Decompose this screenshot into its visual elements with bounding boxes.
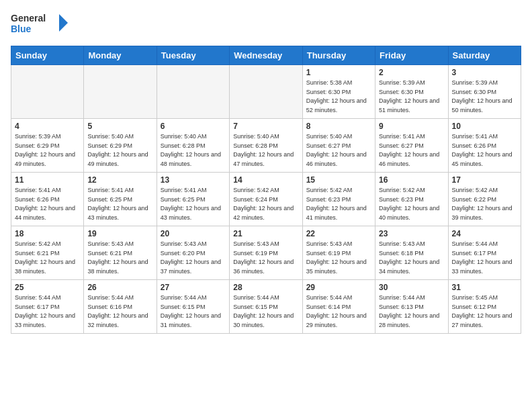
day-info: Sunrise: 5:39 AMSunset: 6:29 PMDaylight:…: [15, 133, 75, 167]
calendar-cell: 11 Sunrise: 5:41 AMSunset: 6:26 PMDaylig…: [11, 173, 84, 226]
day-number: 20: [161, 229, 226, 238]
week-row-2: 4 Sunrise: 5:39 AMSunset: 6:29 PMDayligh…: [11, 119, 521, 173]
day-info: Sunrise: 5:44 AMSunset: 6:17 PMDaylight:…: [15, 294, 75, 328]
day-number: 26: [87, 283, 152, 292]
day-number: 22: [306, 229, 371, 238]
calendar-cell: 6 Sunrise: 5:40 AMSunset: 6:28 PMDayligh…: [157, 119, 229, 173]
calendar-cell: 21 Sunrise: 5:43 AMSunset: 6:19 PMDaylig…: [230, 226, 302, 280]
day-number: 19: [87, 229, 152, 238]
day-number: 24: [452, 229, 517, 238]
logo-icon: General Blue: [11, 11, 71, 38]
day-info: Sunrise: 5:41 AMSunset: 6:26 PMDaylight:…: [15, 187, 75, 221]
calendar-cell: 22 Sunrise: 5:43 AMSunset: 6:19 PMDaylig…: [302, 226, 375, 280]
day-info: Sunrise: 5:41 AMSunset: 6:26 PMDaylight:…: [452, 133, 513, 167]
weekday-header-sunday: Sunday: [11, 46, 84, 65]
weekday-header-tuesday: Tuesday: [157, 46, 229, 65]
calendar-cell: 8 Sunrise: 5:40 AMSunset: 6:27 PMDayligh…: [302, 119, 375, 173]
day-info: Sunrise: 5:40 AMSunset: 6:29 PMDaylight:…: [87, 133, 148, 167]
weekday-header-row: SundayMondayTuesdayWednesdayThursdayFrid…: [11, 46, 521, 65]
day-number: 30: [379, 283, 444, 292]
day-number: 12: [87, 175, 152, 185]
day-number: 31: [452, 283, 517, 292]
calendar-cell: 19 Sunrise: 5:43 AMSunset: 6:21 PMDaylig…: [84, 226, 157, 280]
week-row-4: 18 Sunrise: 5:42 AMSunset: 6:21 PMDaylig…: [11, 226, 521, 280]
day-info: Sunrise: 5:41 AMSunset: 6:25 PMDaylight:…: [161, 187, 221, 221]
day-info: Sunrise: 5:41 AMSunset: 6:27 PMDaylight:…: [379, 133, 439, 167]
day-info: Sunrise: 5:43 AMSunset: 6:21 PMDaylight:…: [87, 240, 148, 275]
day-info: Sunrise: 5:43 AMSunset: 6:19 PMDaylight:…: [306, 240, 367, 275]
day-info: Sunrise: 5:40 AMSunset: 6:28 PMDaylight:…: [233, 133, 294, 167]
weekday-header-saturday: Saturday: [448, 46, 521, 65]
calendar-cell: [157, 65, 229, 119]
calendar-cell: 30 Sunrise: 5:44 AMSunset: 6:13 PMDaylig…: [375, 280, 448, 334]
calendar-cell: 20 Sunrise: 5:43 AMSunset: 6:20 PMDaylig…: [157, 226, 229, 280]
day-info: Sunrise: 5:38 AMSunset: 6:30 PMDaylight:…: [306, 79, 367, 113]
calendar-cell: 3 Sunrise: 5:39 AMSunset: 6:30 PMDayligh…: [448, 65, 521, 119]
day-number: 21: [233, 229, 298, 238]
day-number: 2: [379, 68, 444, 77]
calendar-cell: [84, 65, 157, 119]
calendar-cell: 10 Sunrise: 5:41 AMSunset: 6:26 PMDaylig…: [448, 119, 521, 173]
day-number: 18: [15, 229, 80, 238]
day-number: 28: [233, 283, 298, 292]
weekday-header-wednesday: Wednesday: [230, 46, 302, 65]
calendar-cell: [11, 65, 84, 119]
calendar-cell: [230, 65, 302, 119]
day-number: 14: [233, 175, 298, 185]
day-number: 8: [306, 122, 371, 131]
day-info: Sunrise: 5:44 AMSunset: 6:16 PMDaylight:…: [87, 294, 148, 328]
svg-marker-2: [59, 14, 68, 32]
day-info: Sunrise: 5:45 AMSunset: 6:12 PMDaylight:…: [452, 294, 513, 328]
calendar-cell: 27 Sunrise: 5:44 AMSunset: 6:15 PMDaylig…: [157, 280, 229, 334]
calendar-cell: 5 Sunrise: 5:40 AMSunset: 6:29 PMDayligh…: [84, 119, 157, 173]
calendar-cell: 17 Sunrise: 5:42 AMSunset: 6:22 PMDaylig…: [448, 173, 521, 226]
day-number: 1: [306, 68, 371, 77]
calendar-cell: 1 Sunrise: 5:38 AMSunset: 6:30 PMDayligh…: [302, 65, 375, 119]
svg-text:General: General: [11, 13, 46, 24]
calendar-cell: 14 Sunrise: 5:42 AMSunset: 6:24 PMDaylig…: [230, 173, 302, 226]
week-row-1: 1 Sunrise: 5:38 AMSunset: 6:30 PMDayligh…: [11, 65, 521, 119]
day-number: 13: [161, 175, 226, 185]
day-number: 3: [452, 68, 517, 77]
calendar-cell: 13 Sunrise: 5:41 AMSunset: 6:25 PMDaylig…: [157, 173, 229, 226]
calendar-cell: 18 Sunrise: 5:42 AMSunset: 6:21 PMDaylig…: [11, 226, 84, 280]
weekday-header-monday: Monday: [84, 46, 157, 65]
calendar-cell: 23 Sunrise: 5:43 AMSunset: 6:18 PMDaylig…: [375, 226, 448, 280]
calendar-cell: 9 Sunrise: 5:41 AMSunset: 6:27 PMDayligh…: [375, 119, 448, 173]
calendar-cell: 16 Sunrise: 5:42 AMSunset: 6:23 PMDaylig…: [375, 173, 448, 226]
day-info: Sunrise: 5:44 AMSunset: 6:15 PMDaylight:…: [233, 294, 294, 328]
calendar-cell: 2 Sunrise: 5:39 AMSunset: 6:30 PMDayligh…: [375, 65, 448, 119]
calendar-table: SundayMondayTuesdayWednesdayThursdayFrid…: [11, 46, 521, 334]
day-number: 11: [15, 175, 80, 185]
day-info: Sunrise: 5:44 AMSunset: 6:15 PMDaylight:…: [161, 294, 221, 328]
logo: General Blue: [11, 11, 71, 38]
day-number: 7: [233, 122, 298, 131]
weekday-header-thursday: Thursday: [302, 46, 375, 65]
day-number: 6: [161, 122, 226, 131]
day-number: 10: [452, 122, 517, 131]
day-info: Sunrise: 5:43 AMSunset: 6:20 PMDaylight:…: [161, 240, 221, 275]
day-info: Sunrise: 5:39 AMSunset: 6:30 PMDaylight:…: [379, 79, 439, 113]
day-info: Sunrise: 5:43 AMSunset: 6:18 PMDaylight:…: [379, 240, 439, 275]
calendar-cell: 12 Sunrise: 5:41 AMSunset: 6:25 PMDaylig…: [84, 173, 157, 226]
day-number: 23: [379, 229, 444, 238]
day-number: 27: [161, 283, 226, 292]
weekday-header-friday: Friday: [375, 46, 448, 65]
day-number: 29: [306, 283, 371, 292]
day-info: Sunrise: 5:42 AMSunset: 6:23 PMDaylight:…: [306, 187, 367, 221]
svg-text:Blue: Blue: [11, 24, 32, 34]
day-info: Sunrise: 5:40 AMSunset: 6:28 PMDaylight:…: [161, 133, 221, 167]
day-info: Sunrise: 5:44 AMSunset: 6:13 PMDaylight:…: [379, 294, 439, 328]
calendar-cell: 4 Sunrise: 5:39 AMSunset: 6:29 PMDayligh…: [11, 119, 84, 173]
calendar-cell: 26 Sunrise: 5:44 AMSunset: 6:16 PMDaylig…: [84, 280, 157, 334]
week-row-3: 11 Sunrise: 5:41 AMSunset: 6:26 PMDaylig…: [11, 173, 521, 226]
day-number: 4: [15, 122, 80, 131]
day-info: Sunrise: 5:39 AMSunset: 6:30 PMDaylight:…: [452, 79, 513, 113]
day-info: Sunrise: 5:42 AMSunset: 6:22 PMDaylight:…: [452, 187, 513, 221]
day-number: 25: [15, 283, 80, 292]
day-number: 16: [379, 175, 444, 185]
day-info: Sunrise: 5:42 AMSunset: 6:23 PMDaylight:…: [379, 187, 439, 221]
day-number: 15: [306, 175, 371, 185]
day-info: Sunrise: 5:41 AMSunset: 6:25 PMDaylight:…: [87, 187, 148, 221]
calendar-cell: 31 Sunrise: 5:45 AMSunset: 6:12 PMDaylig…: [448, 280, 521, 334]
